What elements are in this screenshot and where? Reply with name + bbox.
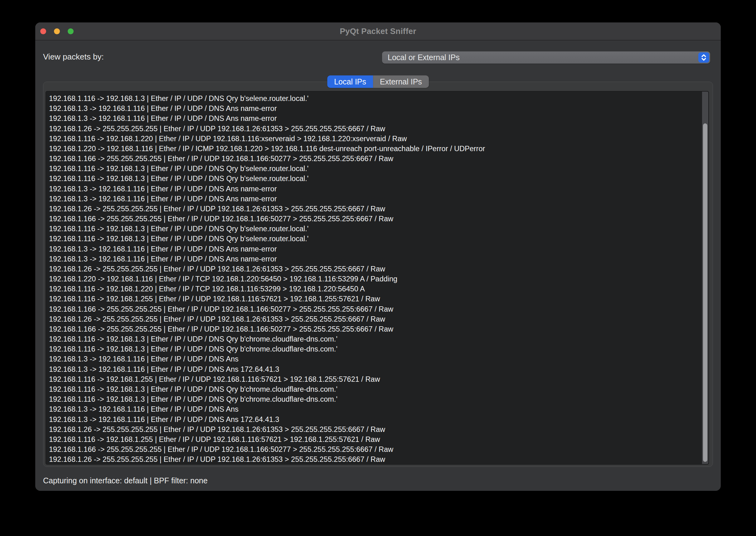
- packet-log-line: 192.168.1.3 -> 192.168.1.116 | Ether / I…: [49, 364, 699, 374]
- packet-log-line: 192.168.1.3 -> 192.168.1.116 | Ether / I…: [49, 194, 699, 204]
- packet-log-line: 192.168.1.116 -> 192.168.1.220 | Ether /…: [49, 284, 699, 294]
- packet-log-line: 192.168.1.166 -> 255.255.255.255 | Ether…: [49, 304, 699, 314]
- status-bar: Capturing on interface: default | BPF fi…: [43, 475, 208, 486]
- packet-log-line: 192.168.1.3 -> 192.168.1.116 | Ether / I…: [49, 184, 699, 194]
- combobox-updown-icon: [698, 52, 709, 63]
- packet-log-line: 192.168.1.116 -> 192.168.1.3 | Ether / I…: [49, 394, 699, 404]
- packet-log-line: 192.168.1.220 -> 192.168.1.116 | Ether /…: [49, 274, 699, 284]
- zoom-button[interactable]: [68, 28, 74, 34]
- scrollbar-thumb[interactable]: [703, 123, 707, 462]
- chevron-updown-icon: [701, 53, 707, 61]
- packet-log-line: 192.168.1.166 -> 255.255.255.255 | Ether…: [49, 444, 699, 454]
- packet-log-line: 192.168.1.116 -> 192.168.1.220 | Ether /…: [49, 134, 699, 144]
- vertical-scrollbar[interactable]: [702, 92, 708, 464]
- packet-log-textarea[interactable]: 192.168.1.116 -> 192.168.1.3 | Ether / I…: [46, 91, 709, 465]
- packet-log-line: 192.168.1.116 -> 192.168.1.255 | Ether /…: [49, 434, 699, 444]
- app-window: PyQt Packet Sniffer View packets by: Loc…: [35, 22, 721, 491]
- packet-log: 192.168.1.116 -> 192.168.1.3 | Ether / I…: [49, 93, 699, 464]
- packet-log-line: 192.168.1.116 -> 192.168.1.3 | Ether / I…: [49, 224, 699, 234]
- packet-log-line: 192.168.1.116 -> 192.168.1.3 | Ether / I…: [49, 93, 699, 103]
- packet-log-line: 192.168.1.3 -> 192.168.1.116 | Ether / I…: [49, 415, 699, 424]
- packet-log-line: 192.168.1.3 -> 192.168.1.116 | Ether / I…: [49, 254, 699, 264]
- combobox-selected-value: Local or External IPs: [382, 53, 710, 62]
- traffic-lights: [40, 22, 74, 40]
- packet-log-line: 192.168.1.116 -> 192.168.1.3 | Ether / I…: [49, 164, 699, 174]
- packet-log-line: 192.168.1.3 -> 192.168.1.116 | Ether / I…: [49, 404, 699, 414]
- view-by-combobox[interactable]: Local or External IPs: [382, 51, 710, 64]
- packet-log-line: 192.168.1.26 -> 255.255.255.255 | Ether …: [49, 314, 699, 324]
- close-button[interactable]: [40, 28, 46, 34]
- packet-log-line: 192.168.1.26 -> 255.255.255.255 | Ether …: [49, 204, 699, 214]
- tab-external-ips[interactable]: External IPs: [373, 75, 429, 88]
- window-title: PyQt Packet Sniffer: [35, 26, 721, 36]
- packet-log-line: 192.168.1.26 -> 255.255.255.255 | Ether …: [49, 264, 699, 274]
- packet-log-line: 192.168.1.166 -> 255.255.255.255 | Ether…: [49, 324, 699, 334]
- packet-log-line: 192.168.1.166 -> 255.255.255.255 | Ether…: [49, 214, 699, 224]
- packet-log-line: 192.168.1.3 -> 192.168.1.116 | Ether / I…: [49, 354, 699, 364]
- packet-log-line: 192.168.1.116 -> 192.168.1.255 | Ether /…: [49, 374, 699, 384]
- tab-bar: Local IPsExternal IPs: [327, 75, 429, 88]
- packet-log-line: 192.168.1.26 -> 255.255.255.255 | Ether …: [49, 454, 699, 464]
- tab-local-ips[interactable]: Local IPs: [327, 75, 373, 88]
- packet-log-line: 192.168.1.26 -> 255.255.255.255 | Ether …: [49, 124, 699, 134]
- packet-log-line: 192.168.1.26 -> 255.255.255.255 | Ether …: [49, 424, 699, 434]
- packet-log-line: 192.168.1.116 -> 192.168.1.3 | Ether / I…: [49, 334, 699, 344]
- tab-pane: 192.168.1.116 -> 192.168.1.3 | Ether / I…: [43, 82, 713, 467]
- minimize-button[interactable]: [54, 28, 60, 34]
- packet-log-line: 192.168.1.3 -> 192.168.1.116 | Ether / I…: [49, 244, 699, 254]
- packet-log-line: 192.168.1.220 -> 192.168.1.116 | Ether /…: [49, 144, 699, 153]
- titlebar[interactable]: PyQt Packet Sniffer: [35, 22, 721, 41]
- packet-log-line: 192.168.1.3 -> 192.168.1.116 | Ether / I…: [49, 103, 699, 114]
- packet-log-line: 192.168.1.3 -> 192.168.1.116 | Ether / I…: [49, 114, 699, 123]
- packet-log-line: 192.168.1.116 -> 192.168.1.3 | Ether / I…: [49, 174, 699, 184]
- packet-log-line: 192.168.1.166 -> 255.255.255.255 | Ether…: [49, 153, 699, 164]
- packet-log-line: 192.168.1.116 -> 192.168.1.3 | Ether / I…: [49, 384, 699, 394]
- packet-log-line: 192.168.1.116 -> 192.168.1.3 | Ether / I…: [49, 344, 699, 354]
- packet-log-line: 192.168.1.116 -> 192.168.1.255 | Ether /…: [49, 294, 699, 304]
- packet-log-line: 192.168.1.116 -> 192.168.1.3 | Ether / I…: [49, 234, 699, 244]
- view-packets-by-label: View packets by:: [43, 51, 104, 62]
